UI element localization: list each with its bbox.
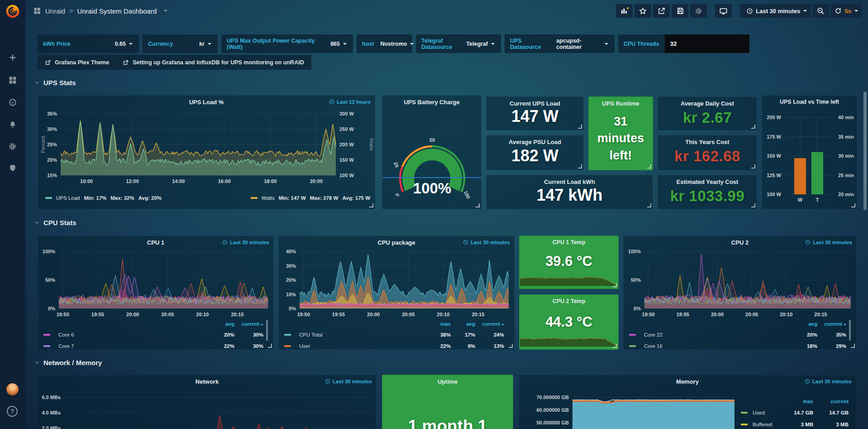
- sidebar-alerting-button[interactable]: [0, 116, 25, 134]
- save-dashboard-button[interactable]: [672, 4, 688, 18]
- legend-col-current[interactable]: current: [234, 321, 263, 327]
- panel-resize-handle[interactable]: [268, 344, 272, 348]
- panel-ups-load-vs-time-left: UPS Load vs Time left 200 W175 W150 W125…: [762, 95, 857, 209]
- legend-row-used[interactable]: Used 14.7 GB 14.7 GB: [741, 407, 849, 419]
- svg-text:25%: 25%: [47, 142, 57, 147]
- add-panel-button[interactable]: [616, 4, 633, 18]
- legend-col-avg[interactable]: avg: [207, 321, 234, 327]
- ups-load-chart[interactable]: 10:0012:0014:0016:0018:0020:0035%30%25%2…: [38, 96, 376, 210]
- zoom-out-time-button[interactable]: [812, 4, 829, 18]
- panel-title[interactable]: CPU 2 Temp: [520, 298, 618, 304]
- breadcrumb-dashboard-title[interactable]: Unraid System Dashboard: [77, 7, 157, 15]
- sidebar-dashboards-button[interactable]: [0, 71, 25, 89]
- sidebar-explore-button[interactable]: [0, 93, 25, 111]
- legend-row-core16[interactable]: Core 16 18% 29%: [629, 340, 846, 352]
- refresh-interval-value[interactable]: 5s: [845, 8, 851, 14]
- sidebar-configuration-button[interactable]: [0, 137, 25, 155]
- help-icon[interactable]: ?: [7, 406, 18, 417]
- legend-col-avg[interactable]: avg: [790, 321, 817, 327]
- panel-title[interactable]: Uptime: [382, 378, 513, 385]
- refresh-icon[interactable]: [835, 7, 842, 14]
- sidebar-create-button[interactable]: [0, 48, 25, 67]
- legend-scrollbar[interactable]: [266, 320, 268, 341]
- legend-col-current[interactable]: current: [813, 399, 849, 404]
- variable-host[interactable]: host Nostromo: [357, 34, 412, 53]
- panel-timerange[interactable]: Last 30 minutes: [325, 379, 372, 384]
- panel-resize-handle[interactable]: [578, 164, 582, 169]
- user-avatar[interactable]: [6, 383, 19, 395]
- panel-resize-handle[interactable]: [613, 344, 617, 348]
- breadcrumb-folder[interactable]: Unraid: [45, 7, 65, 15]
- legend-col-avg[interactable]: avg: [451, 321, 475, 327]
- panel-title[interactable]: This Years Cost: [658, 139, 757, 145]
- legend-series-ups-load[interactable]: UPS Load Min: 17% Max: 32% Avg: 20%: [45, 195, 162, 201]
- variable-kwh-price[interactable]: kWh Price 0.65: [38, 34, 139, 53]
- panel-resize-handle[interactable]: [851, 203, 855, 207]
- panel-title[interactable]: Average Daily Cost: [658, 100, 757, 107]
- share-dashboard-button[interactable]: [653, 4, 670, 18]
- panel-resize-handle[interactable]: [476, 203, 480, 207]
- panel-resize-handle[interactable]: [751, 125, 755, 129]
- panel-title[interactable]: UPS Battery Charge: [382, 99, 481, 106]
- panel-title[interactable]: Current UPS Load: [486, 100, 583, 107]
- legend-col-max[interactable]: max: [779, 399, 813, 404]
- panel-title[interactable]: CPU 1 Temp: [520, 239, 618, 246]
- panel-resize-handle[interactable]: [647, 203, 651, 207]
- panel-timerange[interactable]: Last 12 hours: [329, 99, 371, 105]
- panel-resize-handle[interactable]: [509, 344, 513, 348]
- panel-timerange[interactable]: Last 30 minutes: [805, 240, 852, 245]
- legend-row-user[interactable]: User 22% 9% 13%: [284, 340, 504, 352]
- section-ups-stats[interactable]: UPS Stats: [34, 79, 76, 87]
- star-dashboard-button[interactable]: [634, 4, 651, 18]
- link-ups-monitoring-guide[interactable]: Setting up Grafana and InfluxDB for UPS …: [123, 59, 304, 66]
- sidebar-server-admin-button[interactable]: [0, 159, 25, 177]
- panel-resize-handle[interactable]: [647, 164, 651, 169]
- panel-resize-handle[interactable]: [851, 344, 855, 348]
- panel-resize-handle[interactable]: [578, 125, 582, 129]
- ups-battery-gauge[interactable]: 02050100100%: [382, 96, 482, 210]
- legend-row-core6[interactable]: Core 6 20% 30%: [43, 329, 263, 340]
- stat-value: kr 1033.99: [658, 188, 757, 205]
- time-range-picker[interactable]: Last 30 minutes: [740, 4, 810, 18]
- dashboard-dropdown-caret[interactable]: [164, 10, 167, 12]
- variable-ups-datasource[interactable]: UPS Datasource apcupsd-container: [505, 34, 615, 53]
- panel-resize-handle[interactable]: [751, 203, 755, 207]
- legend-row-buffered[interactable]: Buffered 3 MB 3 MB: [741, 419, 849, 429]
- dashboard-settings-button[interactable]: [690, 4, 707, 18]
- variable-ups-max-output[interactable]: UPS Max Output Power Capacity (Watt) 865: [221, 34, 353, 53]
- variable-currency[interactable]: Currency kr: [143, 34, 218, 53]
- link-grafana-plex-theme[interactable]: Grafana Plex Theme: [45, 59, 109, 66]
- ups-load-vs-time-bar-chart[interactable]: 200 W175 W150 W125 W100 W40 min35 min30 …: [762, 96, 858, 210]
- panel-resize-handle[interactable]: [369, 203, 373, 207]
- series-swatch: [251, 197, 258, 199]
- legend-row-cpu-total[interactable]: CPU Total 38% 17% 24%: [284, 329, 504, 340]
- panel-title[interactable]: UPS Load vs Time left: [762, 99, 857, 105]
- panel-resize-handle[interactable]: [751, 164, 755, 169]
- svg-text:0%: 0%: [48, 306, 55, 311]
- panel-timerange[interactable]: Last 30 minutes: [805, 379, 852, 384]
- legend-col-current[interactable]: current: [475, 321, 504, 327]
- page-scrollbar-thumb[interactable]: [863, 92, 867, 210]
- variable-telegraf-datasource[interactable]: Telegraf Datasource Telegraf: [416, 34, 501, 53]
- chevron-down-icon: [34, 360, 40, 366]
- legend-col-current[interactable]: current: [817, 321, 846, 327]
- section-cpu-stats[interactable]: CPU Stats: [34, 219, 76, 227]
- legend-row-core22[interactable]: Core 22 20% 35%: [629, 329, 846, 340]
- panel-title[interactable]: Average PSU Load: [486, 139, 583, 145]
- legend-scrollbar[interactable]: [849, 320, 851, 341]
- panel-timerange[interactable]: Last 30 minutes: [222, 240, 269, 245]
- panel-title[interactable]: Current Load kWh: [486, 178, 653, 185]
- grafana-logo[interactable]: [4, 3, 21, 19]
- panel-resize-handle[interactable]: [613, 283, 617, 287]
- cpu-threads-input[interactable]: [665, 34, 749, 53]
- panel-title[interactable]: UPS Load %: [38, 99, 375, 106]
- section-network-memory[interactable]: Network / Memory: [34, 359, 102, 366]
- legend-col-max[interactable]: max: [426, 321, 451, 327]
- panel-timerange[interactable]: Last 30 minutes: [463, 240, 510, 245]
- refresh-picker[interactable]: 5s: [831, 4, 862, 18]
- panel-title[interactable]: UPS Runtime: [589, 100, 653, 107]
- cycle-view-mode-button[interactable]: [715, 4, 732, 18]
- legend-series-watts[interactable]: Watts Min: 147 W Max: 278 W Avg: 175 W: [251, 195, 370, 201]
- panel-title[interactable]: Estimated Yearly Cost: [658, 178, 757, 185]
- legend-row-core7[interactable]: Core 7 22% 30%: [43, 340, 263, 352]
